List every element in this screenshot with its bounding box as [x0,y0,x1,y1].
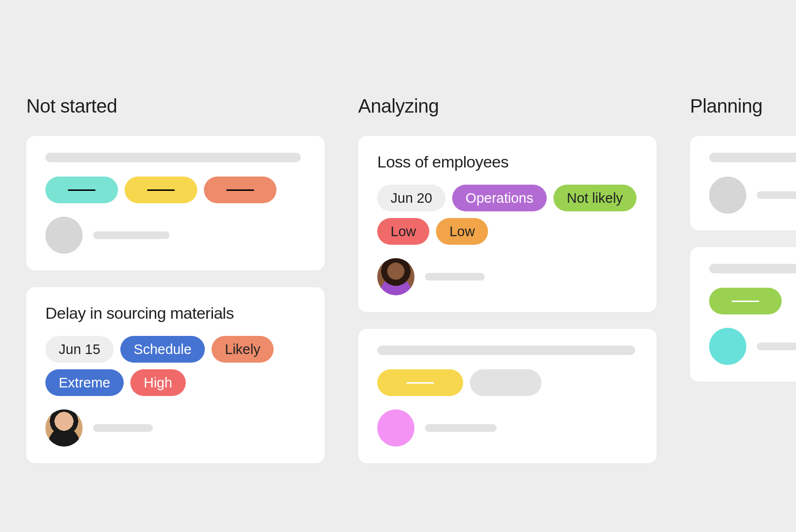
tag-placeholder-grey [470,369,541,396]
tag-category: Operations [452,185,547,211]
card-footer [45,217,306,254]
task-card-placeholder[interactable] [690,247,796,382]
column-analyzing: Analyzing Loss of employees Jun 20 Opera… [358,95,657,480]
tag-date: Jun 15 [45,336,114,363]
tags-row [45,177,306,203]
card-title: Delay in sourcing materials [45,304,306,323]
title-placeholder [377,345,635,355]
task-card-placeholder[interactable] [26,136,325,271]
avatar [45,409,83,447]
task-card-loss-employees[interactable]: Loss of employees Jun 20 Operations Not … [358,136,657,312]
tag-placeholder-green [709,288,782,314]
tags-row: Jun 20 Operations Not likely Low Low [377,185,637,245]
tag-date: Jun 20 [377,185,446,211]
tags-row: Jun 15 Schedule Likely Extreme High [45,336,306,396]
avatar-placeholder [709,328,746,365]
card-title: Loss of employees [377,153,637,171]
tag-severity: Low [377,218,429,245]
title-placeholder [45,153,301,162]
tags-row [709,288,796,314]
column-title: Not started [26,95,325,117]
card-footer [377,409,637,447]
card-footer [45,409,306,447]
task-card-delay-sourcing[interactable]: Delay in sourcing materials Jun 15 Sched… [26,287,325,463]
footer-text-placeholder [93,231,170,239]
tag-likelihood: Not likely [553,185,637,211]
tag-category: Schedule [120,336,205,363]
tag-placeholder-yellow [125,177,197,203]
task-card-placeholder[interactable] [358,329,657,463]
footer-text-placeholder [757,343,796,350]
avatar-placeholder [709,177,746,214]
avatar [377,258,414,295]
column-planning: Planning [690,95,796,480]
card-footer [709,177,796,214]
footer-text-placeholder [425,273,485,281]
tag-placeholder-teal [45,177,118,203]
tag-likelihood: Likely [212,336,274,363]
avatar-placeholder [45,217,83,254]
task-card-placeholder[interactable] [690,136,796,230]
tag-severity: Extreme [45,369,124,396]
card-footer [709,328,796,365]
kanban-board: Not started Delay in sourcing materials … [0,0,796,480]
tag-placeholder-coral [204,177,276,203]
column-not-started: Not started Delay in sourcing materials … [26,95,325,480]
title-placeholder [709,264,796,273]
column-title: Analyzing [358,95,657,117]
tag-placeholder-yellow [377,369,463,396]
tags-row [377,369,637,396]
avatar-placeholder [377,409,414,447]
tag-impact: High [130,369,186,396]
tag-impact: Low [436,218,488,245]
card-footer [377,258,637,295]
title-placeholder [709,153,796,162]
footer-text-placeholder [757,191,796,199]
column-title: Planning [690,95,796,117]
footer-text-placeholder [425,424,497,432]
footer-text-placeholder [93,424,153,432]
